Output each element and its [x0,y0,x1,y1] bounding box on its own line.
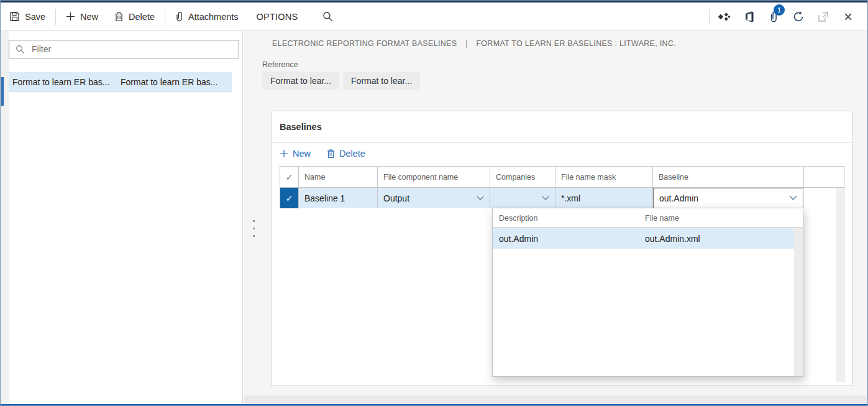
attachments-button[interactable]: Attachments [167,2,247,30]
toolbar-separator [709,9,710,25]
record-list-panel: Format to learn ER bas... Format to lear… [9,30,243,404]
select-all-checkbox[interactable]: ✓ [280,167,298,187]
popout-button[interactable] [811,4,836,29]
attachments-count-button[interactable]: 1 [761,4,786,29]
lookup-header-file-name: File name [645,214,803,223]
diamonds-icon [717,12,731,22]
search-button[interactable] [316,2,339,30]
grid-header-filler [803,167,844,187]
window-bottom-edge [1,404,867,405]
cell-file-mask[interactable]: *.xml [555,188,652,208]
cell-companies[interactable] [490,188,555,208]
baseline-combobox[interactable]: out.Admin [653,188,803,208]
bottom-strip [244,395,867,404]
lookup-scrollbar[interactable] [794,228,803,376]
trash-icon [327,149,335,159]
column-header-file-component[interactable]: File component name [377,167,490,187]
grid-row-baseline-1[interactable]: ✓ Baseline 1 Output *.xml [280,188,845,208]
lookup-item-description: out.Admin [493,234,645,244]
baselines-grid: ✓ Name File component name Companies Fil… [280,166,845,208]
lookup-header-description: Description [493,214,645,223]
plus-icon [66,12,75,21]
delete-label: Delete [129,12,155,22]
paperclip-icon [175,11,183,22]
close-icon: × [844,9,852,24]
notification-badge: 1 [774,4,785,16]
grid-new-button[interactable]: New [280,149,311,159]
save-button[interactable]: Save [1,2,53,30]
nav-selection-indicator [1,77,4,106]
column-header-name[interactable]: Name [298,167,377,187]
office-apps-button[interactable] [736,4,761,29]
toolbar-separator [165,9,165,25]
breadcrumb-divider: | [465,39,468,48]
column-header-baseline[interactable]: Baseline [652,167,803,187]
open-in-new-window-icon [818,11,829,22]
toolbar-separator [55,9,56,25]
reference-label: Reference [262,60,298,69]
breadcrumb-section[interactable]: ELECTRONIC REPORTING FORMAT BASELINES [272,39,457,48]
cell-file-component[interactable]: Output [377,188,490,208]
cell-baseline[interactable]: out.Admin [652,188,803,208]
save-icon [9,11,20,22]
attachments-label: Attachments [188,12,239,22]
trash-icon [114,12,124,22]
record-name: Format to learn ER bas... [9,77,121,87]
reference-value-1[interactable]: Format to lear... [262,72,339,90]
grid-delete-label: Delete [339,149,365,159]
office-logo-icon [743,11,755,23]
baseline-combobox-value: out.Admin [659,193,698,203]
system-buttons: 1 × [707,4,867,29]
save-label: Save [25,12,45,22]
chevron-down-icon[interactable] [477,196,484,201]
refresh-button[interactable] [786,4,811,29]
cell-name[interactable]: Baseline 1 [298,188,377,208]
record-list-item[interactable]: Format to learn ER bas... Format to lear… [9,72,232,92]
card-title: Baselines [280,122,322,132]
filter-search-icon [16,45,25,54]
reference-value-2[interactable]: Format to lear... [343,72,420,90]
options-menu[interactable]: OPTIONS [247,2,308,30]
left-nav-rail [1,30,9,404]
new-label: New [80,12,98,22]
lookup-item-out-admin[interactable]: out.Admin out.Admin.xml [493,228,803,249]
lookup-item-file-name: out.Admin.xml [645,234,803,244]
column-header-file-mask[interactable]: File name mask [555,167,652,187]
breadcrumb: ELECTRONIC REPORTING FORMAT BASELINES | … [272,39,676,48]
grid-new-label: New [293,149,311,159]
plus-icon [280,149,288,158]
filter-field[interactable] [9,40,239,58]
cell-file-component-value: Output [383,193,409,203]
reference-values: Format to lear... Format to lear... [262,72,420,90]
new-button[interactable]: New [58,2,106,30]
action-pane: Save New Delete Attachments OPTIONS [1,2,867,31]
options-label: OPTIONS [257,12,298,22]
grid-header-row: ✓ Name File component name Companies Fil… [280,166,845,188]
main-content: ELECTRONIC REPORTING FORMAT BASELINES | … [244,30,867,404]
app-window: Save New Delete Attachments OPTIONS [0,0,868,406]
lookup-header-row: Description File name [493,208,803,228]
filter-input[interactable] [30,44,232,55]
card-toolbar: New Delete [280,149,365,159]
close-button[interactable]: × [836,4,861,29]
baseline-lookup-flyout: Description File name out.Admin out.Admi… [492,208,803,377]
panel-splitter-handle[interactable] [253,220,255,237]
card-divider [272,142,852,143]
grid-delete-button[interactable]: Delete [327,149,365,159]
row-selected-checkbox[interactable]: ✓ [280,188,298,208]
task-recorder-button[interactable] [711,4,736,29]
breadcrumb-page: FORMAT TO LEARN ER BASELINES : LITWARE, … [476,39,676,48]
record-description: Format to learn ER bas... [121,77,232,87]
refresh-icon [792,11,805,23]
search-icon [322,11,333,22]
column-header-companies[interactable]: Companies [490,167,555,187]
delete-button[interactable]: Delete [106,2,163,30]
grid-scrollbar[interactable] [836,188,845,382]
chevron-down-icon[interactable] [542,196,549,201]
chevron-down-icon[interactable] [789,195,797,201]
window-top-edge [1,1,867,2]
